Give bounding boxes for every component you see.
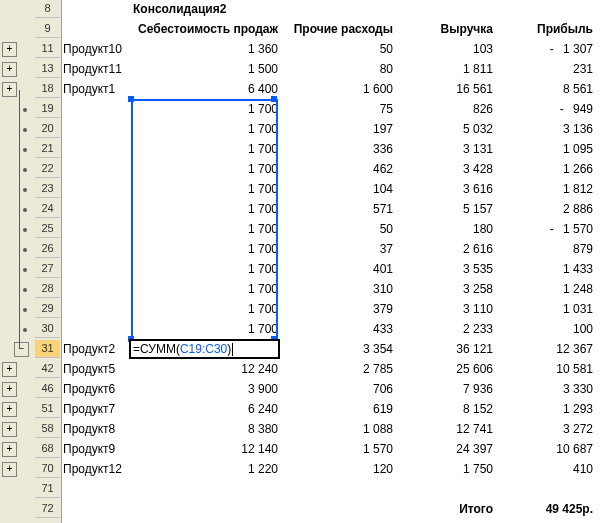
other-exp-cell[interactable]: 37 (276, 240, 397, 258)
other-exp-cell[interactable]: 1 600 (276, 80, 397, 98)
product-name-cell[interactable]: Продукт5 (61, 360, 137, 378)
row-header[interactable]: 28 (35, 280, 60, 298)
row-header[interactable]: 11 (35, 40, 60, 58)
other-exp-cell[interactable]: 336 (276, 140, 397, 158)
cost-cell[interactable]: 1 700 (131, 180, 282, 198)
row-header[interactable]: 51 (35, 400, 60, 418)
cost-cell[interactable]: 1 700 (131, 240, 282, 258)
profit-cell[interactable]: 3 136 (491, 120, 597, 138)
row-header[interactable]: 24 (35, 200, 60, 218)
cost-cell[interactable]: 1 700 (131, 120, 282, 138)
profit-cell[interactable]: 2 886 (491, 200, 597, 218)
other-exp-cell[interactable]: 401 (276, 260, 397, 278)
cost-cell[interactable]: 6 400 (131, 80, 282, 98)
row-header[interactable]: 18 (35, 80, 60, 98)
profit-cell[interactable]: 410 (491, 460, 597, 478)
revenue-cell[interactable]: 24 397 (391, 440, 497, 458)
other-exp-cell[interactable]: 3 354 (276, 340, 397, 358)
outline-expand-button[interactable]: + (2, 362, 17, 377)
cost-cell[interactable]: 1 700 (131, 300, 282, 318)
row-header[interactable]: 19 (35, 100, 60, 118)
revenue-cell[interactable]: 5 157 (391, 200, 497, 218)
product-name-cell[interactable]: Продукт9 (61, 440, 137, 458)
row-header[interactable]: 13 (35, 60, 60, 78)
other-exp-cell[interactable]: 50 (276, 220, 397, 238)
outline-expand-button[interactable]: + (2, 442, 17, 457)
product-name-cell[interactable]: Продукт12 (61, 460, 137, 478)
profit-cell[interactable]: 1 812 (491, 180, 597, 198)
outline-expand-button[interactable]: + (2, 82, 17, 97)
profit-cell[interactable]: 10 581 (491, 360, 597, 378)
cost-cell[interactable]: 3 900 (131, 380, 282, 398)
revenue-cell[interactable]: 103 (391, 40, 497, 58)
row-header[interactable]: 31 (35, 340, 60, 358)
revenue-cell[interactable]: 7 936 (391, 380, 497, 398)
cost-cell[interactable]: 1 700 (131, 200, 282, 218)
revenue-cell[interactable]: 3 535 (391, 260, 497, 278)
revenue-cell[interactable]: 3 428 (391, 160, 497, 178)
cost-cell[interactable]: 6 240 (131, 400, 282, 418)
revenue-cell[interactable]: 8 152 (391, 400, 497, 418)
cost-cell[interactable]: 1 700 (131, 220, 282, 238)
profit-cell[interactable]: 231 (491, 60, 597, 78)
row-header[interactable]: 8 (35, 0, 60, 18)
cost-cell[interactable]: 1 700 (131, 160, 282, 178)
other-exp-cell[interactable]: 379 (276, 300, 397, 318)
profit-cell[interactable]: - 1 307 (491, 40, 597, 58)
row-header[interactable]: 46 (35, 380, 60, 398)
row-header[interactable]: 70 (35, 460, 60, 478)
outline-expand-button[interactable]: + (2, 462, 17, 477)
outline-expand-button[interactable]: + (2, 422, 17, 437)
cost-cell[interactable]: 1 700 (131, 140, 282, 158)
product-name-cell[interactable]: Продукт11 (61, 60, 137, 78)
revenue-cell[interactable]: 2 233 (391, 320, 497, 338)
row-header[interactable]: 20 (35, 120, 60, 138)
profit-cell[interactable]: 1 248 (491, 280, 597, 298)
row-header[interactable]: 58 (35, 420, 60, 438)
other-exp-cell[interactable]: 1 088 (276, 420, 397, 438)
outline-expand-button[interactable]: + (2, 62, 17, 77)
revenue-cell[interactable]: 1 811 (391, 60, 497, 78)
profit-cell[interactable]: 1 433 (491, 260, 597, 278)
revenue-cell[interactable]: 3 258 (391, 280, 497, 298)
row-header[interactable]: 21 (35, 140, 60, 158)
other-exp-cell[interactable]: 1 570 (276, 440, 397, 458)
row-header[interactable]: 71 (35, 480, 60, 498)
revenue-cell[interactable]: 3 616 (391, 180, 497, 198)
other-exp-cell[interactable]: 462 (276, 160, 397, 178)
profit-cell[interactable]: 1 031 (491, 300, 597, 318)
row-header[interactable]: 42 (35, 360, 60, 378)
revenue-cell[interactable]: 826 (391, 100, 497, 118)
revenue-cell[interactable]: 180 (391, 220, 497, 238)
row-header[interactable]: 72 (35, 500, 60, 518)
row-header[interactable]: 22 (35, 160, 60, 178)
other-exp-cell[interactable]: 706 (276, 380, 397, 398)
row-header[interactable]: 27 (35, 260, 60, 278)
cost-cell[interactable]: 1 700 (131, 280, 282, 298)
profit-cell[interactable]: 3 330 (491, 380, 597, 398)
revenue-cell[interactable]: 3 131 (391, 140, 497, 158)
cost-cell[interactable]: 1 700 (131, 100, 282, 118)
cost-cell[interactable]: 12 240 (131, 360, 282, 378)
product-name-cell[interactable]: Продукт2 (61, 340, 137, 358)
other-exp-cell[interactable]: 571 (276, 200, 397, 218)
other-exp-cell[interactable]: 197 (276, 120, 397, 138)
profit-cell[interactable]: 8 561 (491, 80, 597, 98)
revenue-cell[interactable]: 36 121 (391, 340, 497, 358)
profit-cell[interactable]: 879 (491, 240, 597, 258)
cost-cell[interactable]: 1 500 (131, 60, 282, 78)
revenue-cell[interactable]: 5 032 (391, 120, 497, 138)
other-exp-cell[interactable]: 80 (276, 60, 397, 78)
cost-cell[interactable]: 12 140 (131, 440, 282, 458)
row-header[interactable]: 68 (35, 440, 60, 458)
outline-expand-button[interactable]: + (2, 42, 17, 57)
product-name-cell[interactable]: Продукт6 (61, 380, 137, 398)
other-exp-cell[interactable]: 433 (276, 320, 397, 338)
product-name-cell[interactable]: Продукт8 (61, 420, 137, 438)
cost-cell[interactable]: 1 360 (131, 40, 282, 58)
other-exp-cell[interactable]: 2 785 (276, 360, 397, 378)
profit-cell[interactable]: - 1 570 (491, 220, 597, 238)
cost-cell[interactable]: 1 220 (131, 460, 282, 478)
other-exp-cell[interactable]: 50 (276, 40, 397, 58)
profit-cell[interactable]: 10 687 (491, 440, 597, 458)
